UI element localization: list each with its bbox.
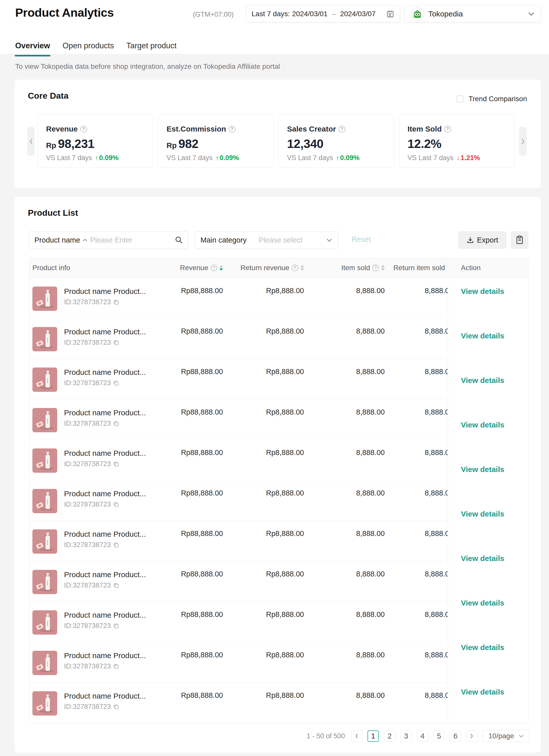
return-revenue-value: Rp8,888.00 [223, 440, 304, 480]
view-details-link[interactable]: View details [461, 332, 504, 340]
page-button-1[interactable]: 1 [368, 730, 379, 742]
item-sold-value: 8,888.00 [304, 521, 385, 561]
trend-comparison-checkbox[interactable] [456, 95, 464, 102]
category-placeholder: Please select [259, 236, 303, 244]
copy-icon[interactable] [113, 420, 119, 427]
view-details-link[interactable]: View details [461, 599, 504, 607]
main-category-select[interactable]: Main category Please select [195, 231, 338, 249]
return-revenue-value: Rp8,888.00 [223, 318, 304, 359]
copy-icon[interactable] [113, 299, 119, 306]
view-details-link[interactable]: View details [461, 688, 504, 696]
sort-revenue[interactable] [219, 265, 223, 271]
copy-icon[interactable] [113, 380, 119, 386]
return-item-sold-value: 8,888.00 [385, 683, 453, 723]
sort-return-revenue[interactable] [301, 265, 304, 271]
col-return-item-sold: Return item sold [385, 258, 453, 278]
col-item-sold[interactable]: Item sold ? [304, 258, 385, 278]
pagination-summary: 1 - 50 of 500 [307, 732, 345, 740]
search-input[interactable] [90, 236, 172, 245]
return-item-sold-value: 8,888.00 [385, 318, 453, 359]
page-button-2[interactable]: 2 [384, 730, 395, 742]
page-size-value: 10/page [489, 732, 514, 740]
page-button-5[interactable]: 5 [433, 730, 445, 742]
col-return-revenue[interactable]: Return revenue ? [223, 258, 304, 278]
help-icon[interactable]: ? [372, 265, 379, 271]
help-icon[interactable]: ? [228, 126, 235, 133]
metric-tile: Revenue ? Rp98,231 VS Last 7 days ↑ 0.09… [37, 114, 153, 168]
metrics-prev-button[interactable] [27, 127, 35, 156]
shop-select[interactable]: Tokopedia [404, 5, 541, 22]
core-data-title: Core Data [28, 91, 69, 101]
clipboard-button[interactable] [511, 231, 529, 249]
product-title: Product name Product... [64, 570, 146, 579]
product-title: Product name Product... [64, 530, 146, 538]
tab-target-product[interactable]: Target product [126, 41, 176, 56]
page-title: Product Analytics [15, 6, 114, 19]
product-image [32, 529, 57, 554]
prev-page-button[interactable] [351, 730, 363, 742]
copy-icon[interactable] [113, 339, 119, 346]
return-item-sold-value: 8,888.00 [385, 399, 453, 440]
revenue-value: Rp88,888.00 [172, 399, 223, 440]
tab-open-products[interactable]: Open products [62, 41, 114, 56]
view-details-link[interactable]: View details [461, 287, 504, 295]
pagination: 1 - 50 of 500 123456 10/page [307, 730, 530, 742]
product-id: ID:3278738723 [64, 662, 111, 670]
metrics-next-button[interactable] [519, 127, 526, 156]
revenue-value: Rp88,888.00 [172, 602, 223, 642]
help-icon[interactable]: ? [292, 265, 298, 271]
help-icon[interactable]: ? [210, 265, 217, 271]
return-revenue-value: Rp8,888.00 [223, 602, 304, 642]
view-details-link[interactable]: View details [461, 554, 504, 563]
reset-button[interactable]: Reset [352, 235, 371, 244]
next-page-button[interactable] [466, 730, 478, 742]
page-button-6[interactable]: 6 [450, 730, 461, 742]
copy-icon[interactable] [113, 582, 119, 589]
view-details-link[interactable]: View details [461, 465, 504, 473]
action-cell: View details [448, 278, 529, 322]
view-details-link[interactable]: View details [461, 376, 504, 384]
date-range-picker[interactable]: Last 7 days: 2024/03/01 – 2024/03/07 [246, 5, 400, 22]
page-button-4[interactable]: 4 [417, 730, 428, 742]
tab-overview[interactable]: Overview [15, 41, 50, 56]
action-cell: View details [448, 679, 529, 723]
copy-icon[interactable] [113, 663, 119, 670]
product-image [32, 489, 57, 513]
sort-item-sold[interactable] [381, 265, 385, 271]
action-cell: View details [448, 367, 529, 412]
help-icon[interactable]: ? [339, 126, 345, 133]
product-image [32, 327, 57, 351]
core-data-card: Core Data Trend Comparison Revenue ? Rp9… [15, 80, 541, 188]
copy-icon[interactable] [113, 623, 119, 629]
copy-icon[interactable] [113, 501, 119, 508]
copy-icon[interactable] [113, 704, 119, 710]
product-list-title: Product List [28, 208, 78, 218]
export-button[interactable]: Export [458, 231, 507, 249]
shop-name: Tokopedia [428, 10, 463, 18]
copy-icon[interactable] [113, 542, 119, 548]
search-icon[interactable] [175, 236, 183, 244]
search-field-selector[interactable]: Product name [34, 236, 80, 244]
return-revenue-value: Rp8,888.00 [223, 399, 304, 440]
date-range-label: Last 7 days: [251, 10, 290, 18]
help-icon[interactable]: ? [444, 126, 451, 133]
copy-icon[interactable] [113, 461, 119, 467]
help-icon[interactable]: ? [80, 126, 87, 133]
return-revenue-value: Rp8,888.00 [223, 278, 304, 318]
view-details-link[interactable]: View details [461, 421, 504, 429]
product-title: Product name Product... [64, 408, 146, 417]
return-item-sold-value: 8,888.00 [385, 521, 453, 561]
delta-arrow-icon: ↓ [457, 154, 460, 162]
page-button-3[interactable]: 3 [401, 730, 412, 742]
col-revenue[interactable]: Revenue ? [172, 258, 223, 278]
page-size-select[interactable]: 10/page [483, 730, 530, 742]
item-sold-value: 8,888.00 [304, 318, 385, 359]
view-details-link[interactable]: View details [461, 643, 504, 652]
product-title: Product name Product... [64, 328, 146, 336]
revenue-value: Rp88,888.00 [172, 480, 223, 521]
product-image [32, 368, 57, 392]
product-id: ID:3278738723 [64, 379, 111, 387]
action-cell: View details [448, 590, 529, 634]
return-revenue-value: Rp8,888.00 [223, 642, 304, 682]
view-details-link[interactable]: View details [461, 510, 504, 518]
